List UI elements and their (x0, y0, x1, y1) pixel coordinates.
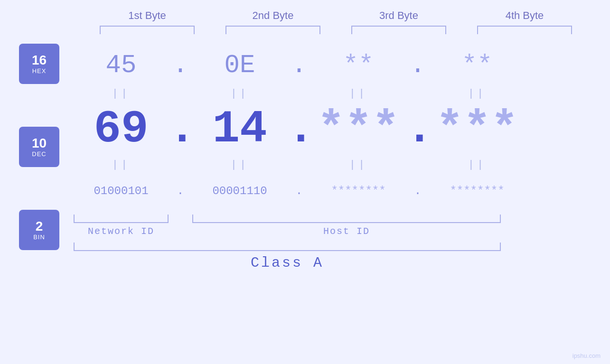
eq2-4: || (430, 159, 525, 171)
top-brackets (84, 26, 588, 34)
dec-row: 69 . 14 . *** . *** (74, 101, 610, 158)
byte-headers-row: 1st Byte 2nd Byte 3rd Byte 4th Byte (84, 9, 588, 22)
dec-badge: 10 DEC (19, 127, 59, 167)
hex-dot-2: . (287, 51, 311, 80)
bin-row: 01000101 . 00001110 . ******** . *******… (74, 172, 610, 210)
bin-name: BIN (33, 233, 45, 241)
eq1-1: || (74, 88, 169, 100)
bin-dot-1: . (169, 185, 192, 197)
network-id-label: Network ID (74, 226, 169, 237)
eq1-3: || (311, 88, 406, 100)
dec-val-3: *** (311, 103, 406, 155)
bracket-2 (225, 26, 320, 34)
hex-dot-1: . (169, 51, 192, 80)
eq2-2: || (192, 159, 287, 171)
equals-row-1: || || || || (74, 86, 610, 101)
class-label: Class A (74, 255, 501, 271)
content-area: 16 HEX 10 DEC 2 BIN 45 . 0E . ** (0, 44, 610, 271)
dec-dot-2: . (287, 103, 311, 155)
dec-val-2: 14 (192, 103, 287, 155)
hex-row: 45 . 0E . ** . ** (74, 44, 610, 86)
bracket-3 (351, 26, 446, 34)
base-badges: 16 HEX 10 DEC 2 BIN (19, 44, 59, 250)
bottom-brackets-row (74, 213, 610, 223)
bin-dot-2: . (287, 185, 311, 197)
bin-val-3: ******** (311, 185, 406, 197)
host-bracket (192, 215, 501, 223)
network-bracket (74, 215, 169, 223)
hex-val-4: ** (430, 51, 525, 80)
watermark: ipshu.com (572, 352, 601, 359)
class-bracket (74, 243, 501, 251)
hex-val-1: 45 (74, 51, 169, 80)
bin-val-1: 01000101 (74, 185, 169, 197)
values-section: 45 . 0E . ** . ** || || || || 69 (74, 44, 610, 271)
dec-val-4: *** (430, 103, 525, 155)
bin-num: 2 (36, 219, 43, 234)
bin-badge: 2 BIN (19, 210, 59, 250)
eq1-4: || (430, 88, 525, 100)
host-id-label: Host ID (192, 226, 501, 237)
bin-val-2: 00001110 (192, 185, 287, 197)
dec-val-1: 69 (74, 103, 169, 155)
main-container: 1st Byte 2nd Byte 3rd Byte 4th Byte 16 H… (0, 0, 610, 364)
hex-val-3: ** (311, 51, 406, 80)
eq2-3: || (311, 159, 406, 171)
byte-label-1: 1st Byte (95, 9, 199, 22)
byte-label-3: 3rd Byte (347, 9, 451, 22)
bin-dot-3: . (406, 185, 430, 197)
eq1-2: || (192, 88, 287, 100)
dec-num: 10 (32, 136, 47, 151)
byte-label-4: 4th Byte (472, 9, 577, 22)
hex-badge: 16 HEX (19, 44, 59, 84)
bracket-1 (100, 26, 195, 34)
equals-row-2: || || || || (74, 158, 610, 172)
dec-name: DEC (32, 150, 46, 158)
hex-dot-3: . (406, 51, 430, 80)
bracket-4 (477, 26, 572, 34)
eq2-1: || (74, 159, 169, 171)
dec-dot-3: . (406, 103, 430, 155)
hex-name: HEX (32, 67, 47, 75)
hex-val-2: 0E (192, 51, 287, 80)
id-labels: Network ID Host ID (74, 226, 610, 237)
hex-num: 16 (32, 53, 47, 68)
byte-label-2: 2nd Byte (221, 9, 325, 22)
bin-val-4: ******** (430, 185, 525, 197)
dec-dot-1: . (169, 103, 192, 155)
